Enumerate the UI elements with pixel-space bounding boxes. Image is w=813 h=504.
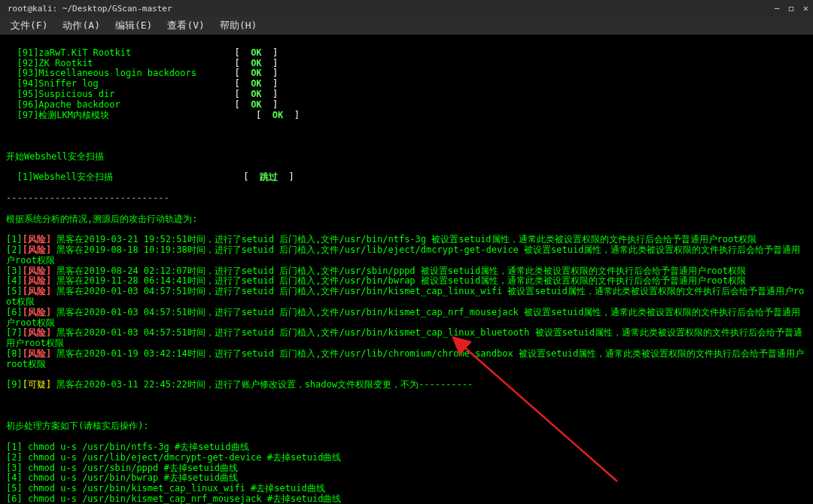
risk-item: [4][风险] 黑客在2019-11-28 06:14:41时间，进行了setu… [6, 276, 807, 287]
close-button[interactable]: ✕ [803, 3, 808, 14]
fix-item: [5] chmod u-s /usr/bin/kismet_cap_linux_… [6, 484, 807, 494]
fix-item: [2] chmod u-s /usr/lib/eject/dmcrypt-get… [6, 453, 807, 463]
menu-help[interactable]: 帮助(H) [214, 17, 263, 34]
window-title: root@kali: ~/Desktop/GScan-master [5, 4, 172, 14]
maximize-button[interactable]: ◻ [789, 3, 794, 14]
window-titlebar: root@kali: ~/Desktop/GScan-master − ◻ ✕ [0, 0, 813, 17]
scan-item: [93]Miscellaneous login backdoors [ OK ] [6, 68, 807, 79]
risk-item: [8][风险] 黑客在2020-01-19 03:42:14时间，进行了setu… [6, 349, 807, 370]
risk-item: [2][风险] 黑客在2019-08-18 10:19:38时间，进行了setu… [6, 245, 807, 266]
webshell-header: 开始Webshell安全扫描 [6, 151, 104, 162]
terminal-output[interactable]: [91]zaRwT.KiT Rootkit [ OK ] [92]ZK Root… [0, 35, 813, 504]
fix-header: 初步处理方案如下(请核实后操作): [6, 421, 807, 432]
scan-item: [95]Suspicious dir [ OK ] [6, 90, 807, 100]
scan-item: [97]检测LKM内核模块 [ OK ] [6, 111, 807, 121]
minimize-button[interactable]: − [774, 3, 779, 14]
trace-header: 根据系统分析的情况,溯源后的攻击行动轨迹为: [6, 214, 807, 225]
menu-edit[interactable]: 编辑(E) [109, 17, 158, 34]
scan-item: [91]zaRwT.KiT Rootkit [ OK ] [6, 48, 807, 59]
fix-item: [1] chmod u-s /usr/bin/ntfs-3g #去掉setuid… [6, 442, 807, 453]
risk-item: [7][风险] 黑客在2020-01-03 04:57:51时间，进行了setu… [6, 328, 807, 349]
menu-view[interactable]: 查看(V) [161, 17, 210, 34]
fix-item: [3] chmod u-s /usr/sbin/pppd #去掉setuid曲线 [6, 463, 807, 474]
scan-item: [92]ZK Rootkit [ OK ] [6, 59, 807, 69]
suspicious-tag: [可疑] [23, 379, 51, 390]
menu-file[interactable]: 文件(F) [5, 17, 53, 34]
risk-item: [6][风险] 黑客在2020-01-03 04:57:51时间，进行了setu… [6, 308, 807, 329]
fix-item: [6] chmod u-s /usr/bin/kismet_cap_nrf_mo… [6, 494, 807, 504]
menu-action[interactable]: 动作(A) [56, 17, 105, 34]
risk-item: [1][风险] 黑客在2019-03-21 19:52:51时间，进行了setu… [6, 235, 807, 245]
scan-item: [96]Apache backdoor [ OK ] [6, 100, 807, 111]
risk-item: [5][风险] 黑客在2020-01-03 04:57:51时间，进行了setu… [6, 287, 807, 308]
scan-item: [94]Sniffer log [ OK ] [6, 79, 807, 90]
window-controls: − ◻ ✕ [774, 3, 808, 14]
menu-bar: 文件(F) 动作(A) 编辑(E) 查看(V) 帮助(H) [0, 17, 813, 35]
fix-item: [4] chmod u-s /usr/bin/bwrap #去掉setuid曲线 [6, 473, 807, 484]
divider: ------------------------------ [6, 193, 807, 204]
risk-item: [3][风险] 黑客在2019-08-24 02:12:07时间，进行了setu… [6, 266, 807, 277]
